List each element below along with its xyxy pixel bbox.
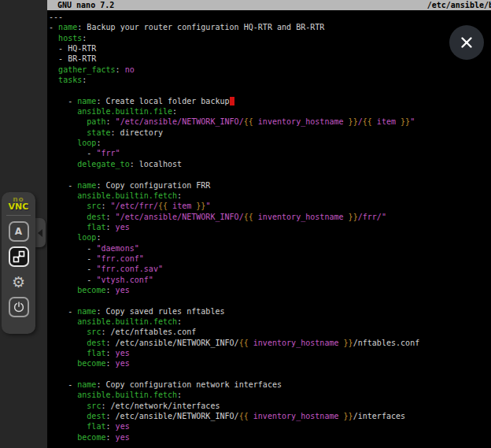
editor-line: - HQ-RTR xyxy=(49,43,491,54)
editor-line: flat: yes xyxy=(49,348,491,358)
editor-line: become: yes xyxy=(49,432,491,442)
editor-line: src: "/etc/frr/{{ item }}" xyxy=(49,201,491,211)
editor-line: - name: Copy saved rules nftables xyxy=(49,306,491,317)
panel-divider xyxy=(6,215,31,216)
gear-icon: ⚙ xyxy=(12,275,25,290)
editor-line: - "daemons" xyxy=(49,243,491,254)
editor-line: ansible.builtin.file: xyxy=(49,106,491,117)
editor-line: - name: Backup your router configuration… xyxy=(49,22,491,32)
editor-line: - "frr.conf" xyxy=(49,254,491,264)
editor-line: - name: Copy configuration FRR xyxy=(49,180,491,191)
editor-line: tasks: xyxy=(49,75,491,85)
editor-line: flat: yes xyxy=(49,222,491,232)
nano-app-title: GNU nano 7.2 xyxy=(57,0,114,10)
editor-content[interactable]: ---- name: Backup your router configurat… xyxy=(47,10,491,442)
editor-line: - name: Copy configuration network inter… xyxy=(49,380,491,390)
editor-line: - name: Create local folder backup xyxy=(49,96,491,106)
editor-line: path: "/etc/ansible/NETWORK_INFO/{{ inve… xyxy=(49,117,491,127)
close-button[interactable] xyxy=(449,25,484,60)
editor-line: ansible.builtin.fetch: xyxy=(49,317,491,327)
editor-line: become: yes xyxy=(49,358,491,368)
power-button[interactable] xyxy=(9,297,29,317)
settings-button[interactable]: ⚙ xyxy=(9,272,29,292)
editor-line: ansible.builtin.fetch: xyxy=(49,390,491,400)
vnc-side-strip: no VNC A ⚙ xyxy=(0,0,47,448)
editor-line xyxy=(49,85,491,95)
nano-titlebar: GNU nano 7.2 /etc/ansible/b xyxy=(47,0,491,10)
editor-line: gather_facts: no xyxy=(49,65,491,75)
editor-line: - "vtysh.conf" xyxy=(49,275,491,285)
editor-line: src: /etc/network/interfaces xyxy=(49,401,491,411)
editor-line: flat: yes xyxy=(49,421,491,431)
keyboard-button[interactable]: A xyxy=(9,221,29,242)
editor-line: become: yes xyxy=(49,285,491,295)
terminal: GNU nano 7.2 /etc/ansible/b ---- name: B… xyxy=(47,0,491,448)
keyboard-key-icon: A xyxy=(15,227,22,236)
novnc-control-bar: no VNC A ⚙ xyxy=(2,192,35,334)
editor-line: dest: /etc/ansible/NETWORK_INFO/{{ inven… xyxy=(49,338,491,348)
editor-line: dest: "/etc/ansible/NETWORK_INFO/{{ inve… xyxy=(49,212,491,222)
editor-line: ansible.builtin.fetch: xyxy=(49,191,491,201)
power-icon xyxy=(13,302,24,313)
novnc-logo-vnc: VNC xyxy=(9,203,29,210)
editor-line: - "frr.conf.sav" xyxy=(49,264,491,274)
novnc-logo: no VNC xyxy=(9,196,29,210)
collapse-arrow-icon xyxy=(38,229,42,237)
editor-line xyxy=(49,369,491,380)
nano-file-path: /etc/ansible/b xyxy=(427,0,491,10)
editor-line: hosts: xyxy=(49,33,491,43)
fullscreen-icon xyxy=(13,250,25,263)
editor-line: - BR-RTR xyxy=(49,54,491,64)
editor-line xyxy=(49,169,491,180)
fullscreen-button[interactable] xyxy=(9,246,29,267)
editor-line: loop: xyxy=(49,138,491,148)
editor-line: src: /etc/nftables.conf xyxy=(49,327,491,337)
editor-line: --- xyxy=(49,12,491,22)
editor-line: delegate_to: localhost xyxy=(49,159,491,169)
editor-line xyxy=(49,295,491,305)
control-bar-handle[interactable] xyxy=(35,218,46,247)
editor-line: state: directory xyxy=(49,128,491,138)
editor-line: dest: /etc/ansible/NETWORK_INFO/{{ inven… xyxy=(49,411,491,421)
close-icon xyxy=(460,35,474,50)
editor-line: loop: xyxy=(49,232,491,243)
editor-line: - "frr" xyxy=(49,148,491,158)
